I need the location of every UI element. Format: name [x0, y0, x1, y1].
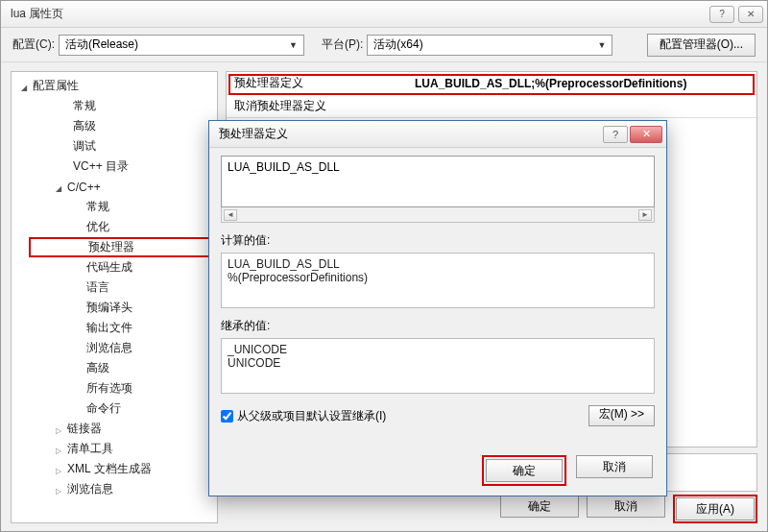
config-value: 活动(Release) — [65, 36, 138, 53]
config-label: 配置(C): — [12, 36, 55, 53]
triangle-open-icon — [21, 80, 33, 93]
dialog-titlebar: 预处理器定义 ? ✕ — [209, 121, 666, 148]
inherit-row: 从父级或项目默认设置继承(I) 宏(M) >> — [221, 405, 655, 426]
tree-cc-label: C/C++ — [67, 181, 101, 194]
tree-item-cc-browse[interactable]: 浏览信息 — [29, 338, 217, 358]
inherited-values-box[interactable]: _UNICODE UNICODE — [221, 338, 655, 394]
tree-item-cc-codegen[interactable]: 代码生成 — [29, 257, 217, 278]
tree-item-cc-opt[interactable]: 优化 — [29, 217, 217, 237]
dialog-title: 预处理器定义 — [219, 126, 288, 142]
window-title: lua 属性页 — [11, 6, 63, 22]
prop-row-label: 取消预处理器定义 — [227, 98, 415, 114]
tree-item-cc-pch[interactable]: 预编译头 — [29, 298, 217, 318]
triangle-open-icon — [56, 181, 67, 194]
tree-panel[interactable]: 配置属性 常规 高级 调试 VC++ 目录 C/C++ 常规 优化 预处理器 代… — [11, 71, 218, 523]
scroll-left-icon[interactable]: ◄ — [224, 209, 237, 221]
tree-item-browseinfo[interactable]: 浏览信息 — [29, 479, 217, 499]
tree-manifest-label: 清单工具 — [67, 441, 113, 457]
platform-value: 活动(x64) — [373, 36, 422, 53]
platform-label: 平台(P): — [322, 36, 363, 53]
dialog-ok-button[interactable]: 确定 — [486, 459, 563, 482]
tree-item-advanced[interactable]: 高级 — [29, 116, 217, 136]
tree-root-label: 配置属性 — [33, 78, 79, 94]
tree-item-cc-general[interactable]: 常规 — [29, 197, 217, 217]
tree-xmldoc-label: XML 文档生成器 — [67, 461, 152, 477]
dialog-cancel-button[interactable]: 取消 — [576, 455, 653, 478]
triangle-closed-icon — [56, 423, 67, 436]
config-toolbar: 配置(C): 活动(Release) ▼ 平台(P): 活动(x64) ▼ 配置… — [1, 28, 767, 62]
preproc-edit-value: LUA_BUILD_AS_DLL — [228, 160, 340, 174]
titlebar-buttons: ? ✕ — [709, 6, 763, 23]
tree-item-cc[interactable]: C/C++ — [29, 177, 217, 197]
dialog-button-row: 确定 取消 — [482, 455, 653, 486]
triangle-closed-icon — [56, 483, 67, 496]
tree-item-cc-all[interactable]: 所有选项 — [29, 378, 217, 399]
tree-item-cc-lang[interactable]: 语言 — [29, 278, 217, 298]
inherit-checkbox-text: 从父级或项目默认设置继承(I) — [237, 408, 386, 424]
tree-item-cc-preproc[interactable]: 预处理器 — [29, 237, 217, 257]
tree-browseinfo-label: 浏览信息 — [67, 481, 113, 497]
config-select[interactable]: 活动(Release) ▼ — [59, 35, 304, 56]
inherit-checkbox[interactable] — [221, 410, 233, 423]
tree-root[interactable]: 配置属性 — [12, 76, 217, 96]
macro-button[interactable]: 宏(M) >> — [588, 405, 655, 426]
inherit-checkbox-label[interactable]: 从父级或项目默认设置继承(I) — [221, 408, 386, 424]
preprocessor-dialog: 预处理器定义 ? ✕ LUA_BUILD_AS_DLL ◄ ► 计算的值: LU… — [208, 120, 667, 496]
tree-cc-group: 常规 优化 预处理器 代码生成 语言 预编译头 输出文件 浏览信息 高级 所有选… — [29, 197, 217, 419]
tree-item-general[interactable]: 常规 — [29, 96, 217, 116]
row-highlight — [228, 74, 755, 95]
property-pages-window: lua 属性页 ? ✕ 配置(C): 活动(Release) ▼ 平台(P): … — [0, 0, 768, 532]
chevron-down-icon: ▼ — [289, 40, 298, 50]
tree-item-manifest[interactable]: 清单工具 — [29, 439, 217, 459]
close-button[interactable]: ✕ — [738, 6, 763, 23]
tree-item-debug[interactable]: 调试 — [29, 136, 217, 157]
horizontal-scrollbar[interactable]: ◄ ► — [221, 207, 655, 223]
tree-item-linker[interactable]: 链接器 — [29, 419, 217, 439]
config-manager-button[interactable]: 配置管理器(O)... — [647, 34, 756, 57]
apply-button[interactable]: 应用(A) — [676, 497, 755, 520]
triangle-closed-icon — [56, 443, 67, 456]
tree-item-cc-output[interactable]: 输出文件 — [29, 318, 217, 338]
tree-linker-label: 链接器 — [67, 421, 102, 437]
inherit-label: 继承的值: — [221, 318, 655, 334]
cancel-button[interactable]: 取消 — [587, 495, 665, 518]
apply-button-highlight: 应用(A) — [673, 495, 757, 523]
ok-button[interactable]: 确定 — [500, 495, 579, 518]
scroll-right-icon[interactable]: ► — [638, 209, 652, 221]
computed-label: 计算的值: — [221, 232, 655, 249]
help-button[interactable]: ? — [709, 6, 734, 23]
titlebar: lua 属性页 ? ✕ — [1, 1, 767, 28]
prop-row-undef[interactable]: 取消预处理器定义 — [227, 95, 756, 118]
tree-item-cc-cmdline[interactable]: 命令行 — [29, 399, 217, 419]
computed-values-box[interactable]: LUA_BUILD_AS_DLL %(PreprocessorDefinitio… — [221, 253, 655, 308]
tree-item-vcdirs[interactable]: VC++ 目录 — [29, 157, 217, 177]
preproc-edit[interactable]: LUA_BUILD_AS_DLL — [221, 156, 655, 207]
dialog-ok-highlight: 确定 — [482, 455, 566, 486]
dialog-close-button[interactable]: ✕ — [630, 126, 662, 143]
chevron-down-icon: ▼ — [597, 40, 606, 50]
platform-select[interactable]: 活动(x64) ▼ — [367, 35, 612, 56]
bottom-buttons: 确定 取消 应用(A) — [500, 495, 757, 523]
triangle-closed-icon — [56, 463, 67, 476]
dialog-body: LUA_BUILD_AS_DLL ◄ ► 计算的值: LUA_BUILD_AS_… — [209, 148, 666, 434]
dialog-title-buttons: ? ✕ — [603, 126, 662, 143]
dialog-help-button[interactable]: ? — [603, 126, 628, 143]
tree-item-xmldoc[interactable]: XML 文档生成器 — [29, 459, 217, 479]
tree-item-cc-adv[interactable]: 高级 — [29, 358, 217, 378]
tree-top-group: 常规 高级 调试 VC++ 目录 C/C++ 常规 优化 预处理器 代码生成 语… — [12, 96, 217, 499]
